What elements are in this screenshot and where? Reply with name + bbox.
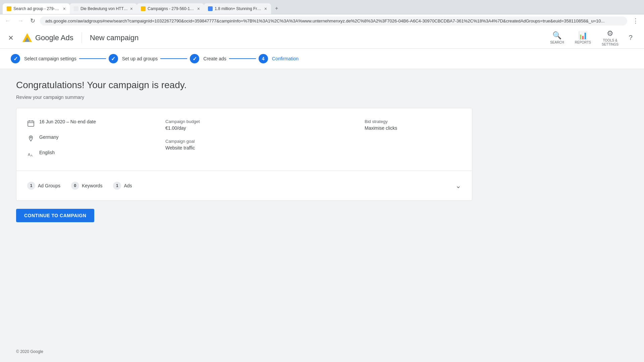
step-1-circle: ✓	[11, 54, 20, 63]
search-nav-label: SEARCH	[550, 41, 564, 45]
step-1-label: Select campaign settings	[24, 56, 76, 61]
copyright-text: © 2020 Google	[16, 349, 43, 354]
step-3-circle: ✓	[190, 54, 199, 63]
step-2-label: Set up ad groups	[122, 56, 158, 61]
language-item: A A English	[27, 150, 155, 159]
help-icon: ?	[629, 34, 632, 42]
reports-icon: 📊	[578, 31, 587, 40]
address-bar-row: ← → ↻ ads.google.com/aw/adgroups#new/sea…	[0, 14, 644, 27]
step-3-label: Create ads	[203, 56, 226, 61]
campaign-title: New campaign	[90, 34, 139, 42]
keywords-label: Keywords	[82, 183, 102, 188]
app-name-label: Google Ads	[35, 34, 73, 42]
svg-text:A: A	[31, 154, 33, 157]
ad-groups-label: Ad Groups	[38, 183, 60, 188]
step-3: ✓ Create ads	[190, 54, 226, 63]
ads-label: Ads	[124, 183, 132, 188]
tab-label-3: Campaigns - 279-560-1893 ...	[148, 6, 195, 11]
tab-label-1: Search ad group - 279-560-1...	[13, 6, 61, 11]
review-subtitle: Review your campaign summary	[16, 95, 467, 100]
svg-rect-2	[28, 121, 34, 126]
campaign-budget-value: €1.00/day	[165, 125, 354, 131]
tab-3[interactable]: Campaigns - 279-560-1893 ... ×	[137, 3, 204, 14]
step-4-label: Confirmation	[272, 56, 299, 61]
step-connector-1	[79, 58, 106, 59]
campaign-goal-value: Website traffic	[165, 145, 354, 150]
language-value: English	[39, 150, 55, 155]
tab-close-1[interactable]: ×	[63, 6, 66, 11]
expand-button[interactable]: ⌄	[455, 182, 461, 190]
header-icons: 🔍 SEARCH 📊 REPORTS ⚙ TOOLS &SETTINGS ?	[546, 26, 636, 49]
close-button[interactable]: ✕	[8, 34, 14, 42]
summary-col-right: Bid strategy Maximise clicks	[354, 119, 461, 165]
congrats-title: Congratulations! Your campaign is ready.	[16, 80, 467, 90]
location-icon	[27, 135, 35, 143]
header-divider	[82, 33, 82, 43]
svg-point-6	[30, 137, 32, 138]
browser-menu-button[interactable]: ⋮	[630, 16, 641, 26]
ads-badge: 1	[113, 182, 121, 190]
step-2-circle: ✓	[109, 54, 118, 63]
tab-label-4: 1.8 million+ Stunning Free Im...	[215, 6, 262, 11]
ad-groups-tab[interactable]: 1 Ad Groups	[27, 182, 60, 190]
search-nav-button[interactable]: 🔍 SEARCH	[546, 28, 568, 47]
tab-1[interactable]: Search ad group - 279-560-1... ×	[3, 3, 70, 14]
tab-favicon-3	[141, 6, 146, 11]
summary-col-left: 16 Jun 2020 – No end date Germany A	[27, 119, 155, 165]
summary-card: 16 Jun 2020 – No end date Germany A	[16, 108, 472, 201]
calendar-icon	[27, 120, 35, 128]
step-2: ✓ Set up ad groups	[109, 54, 158, 63]
step-4-circle: 4	[259, 54, 268, 63]
step-4: 4 Confirmation	[259, 54, 299, 63]
google-ads-logo: Google Ads	[22, 33, 73, 43]
main-content: Congratulations! Your campaign is ready.…	[0, 69, 483, 233]
tab-4[interactable]: 1.8 million+ Stunning Free Im... ×	[204, 3, 271, 14]
tools-settings-label: TOOLS &SETTINGS	[602, 39, 619, 47]
back-button[interactable]: ←	[3, 16, 13, 26]
tab-close-4[interactable]: ×	[264, 6, 267, 11]
campaign-goal-label: Campaign goal	[165, 139, 354, 144]
reports-nav-label: REPORTS	[575, 41, 591, 45]
keywords-tab[interactable]: 0 Keywords	[71, 182, 102, 190]
ad-groups-badge: 1	[27, 182, 35, 190]
address-field[interactable]: ads.google.com/aw/adgroups#new/search?ca…	[40, 16, 627, 25]
summary-tabs-row: 1 Ad Groups 0 Keywords 1 Ads ⌄	[27, 176, 461, 190]
stepper: ✓ Select campaign settings ✓ Set up ad g…	[0, 49, 644, 69]
tab-close-3[interactable]: ×	[197, 6, 200, 11]
tab-label-2: Die Bedeutung von HTTPS ...	[80, 6, 128, 11]
tools-icon: ⚙	[607, 29, 613, 38]
location-item: Germany	[27, 134, 155, 143]
summary-divider	[16, 171, 472, 171]
tab-bar: Search ad group - 279-560-1... × Die Bed…	[0, 0, 644, 14]
date-range-item: 16 Jun 2020 – No end date	[27, 119, 155, 128]
search-icon: 🔍	[552, 31, 561, 40]
tab-2[interactable]: Die Bedeutung von HTTPS ... ×	[70, 3, 137, 14]
step-1: ✓ Select campaign settings	[11, 54, 76, 63]
step-connector-3	[229, 58, 256, 59]
tools-settings-button[interactable]: ⚙ TOOLS &SETTINGS	[598, 26, 623, 49]
ads-tab[interactable]: 1 Ads	[113, 182, 132, 190]
tab-close-2[interactable]: ×	[130, 6, 133, 11]
campaign-budget-label: Campaign budget	[165, 119, 354, 124]
tab-favicon-2	[74, 6, 78, 11]
forward-button[interactable]: →	[15, 16, 25, 26]
tab-favicon-1	[7, 6, 11, 11]
browser-chrome: Search ad group - 279-560-1... × Die Bed…	[0, 0, 644, 27]
summary-top: 16 Jun 2020 – No end date Germany A	[27, 119, 461, 165]
bid-strategy-value: Maximise clicks	[365, 125, 461, 131]
continue-to-campaign-button[interactable]: CONTINUE TO CAMPAIGN	[16, 209, 94, 222]
new-tab-button[interactable]: +	[271, 3, 282, 14]
svg-text:A: A	[28, 153, 31, 157]
app-header: ✕ Google Ads New campaign 🔍 SEARCH 📊 REP…	[0, 27, 644, 49]
date-range-value: 16 Jun 2020 – No end date	[39, 119, 96, 124]
keywords-badge: 0	[71, 182, 79, 190]
summary-col-middle: Campaign budget €1.00/day Campaign goal …	[155, 119, 354, 165]
reload-button[interactable]: ↻	[28, 16, 37, 26]
help-button[interactable]: ?	[625, 33, 636, 43]
location-value: Germany	[39, 134, 59, 140]
footer: © 2020 Google	[0, 341, 59, 362]
reports-nav-button[interactable]: 📊 REPORTS	[571, 28, 595, 47]
google-ads-logo-icon	[22, 33, 33, 43]
bid-strategy-label: Bid strategy	[365, 119, 461, 124]
language-icon: A A	[27, 150, 35, 159]
